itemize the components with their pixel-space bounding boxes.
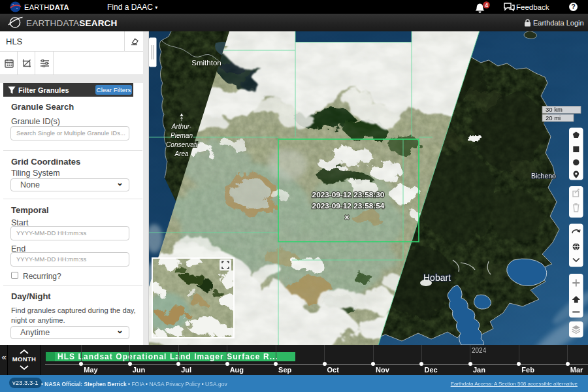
svg-text:4: 4 bbox=[485, 2, 488, 8]
svg-text:Smithton: Smithton bbox=[191, 59, 221, 67]
svg-text:×: × bbox=[344, 213, 349, 222]
svg-text:Bicheno: Bicheno bbox=[531, 172, 556, 180]
svg-text:2023-09-12 23:58:54: 2023-09-12 23:58:54 bbox=[312, 201, 385, 210]
svg-text:Conservati: Conservati bbox=[166, 141, 198, 148]
svg-text:20 mi: 20 mi bbox=[546, 114, 561, 122]
svg-text:30 km: 30 km bbox=[546, 106, 563, 113]
svg-text:Pieman: Pieman bbox=[171, 132, 193, 139]
svg-text:2023-09-12 23:58:30: 2023-09-12 23:58:30 bbox=[312, 190, 385, 199]
svg-text:Arthur-: Arthur- bbox=[171, 123, 192, 130]
svg-text:Area: Area bbox=[174, 150, 189, 157]
